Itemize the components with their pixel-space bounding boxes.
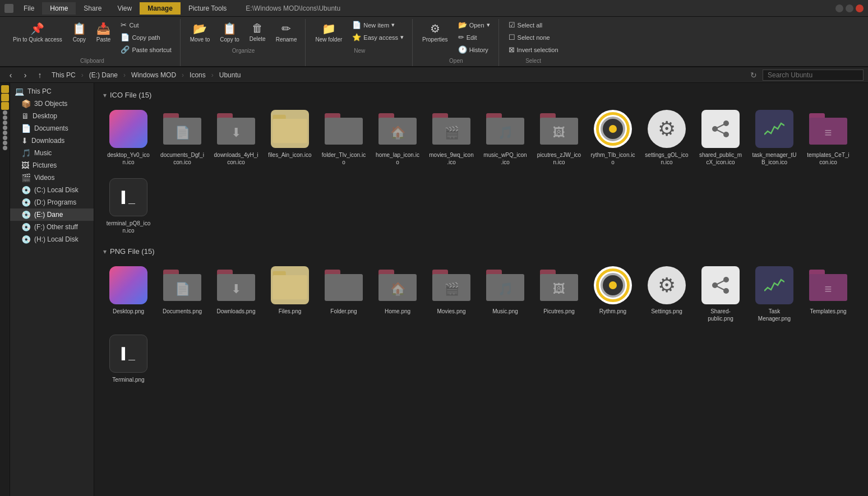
file-item-home-png[interactable]: 🏠 Home.png [372, 261, 423, 326]
qa-pin-5[interactable] [3, 131, 7, 135]
sidebar-item-pictures[interactable]: 🖼 Pictures [10, 159, 94, 171]
new-folder-button[interactable]: 📁 New folder [311, 19, 346, 45]
file-item-terminal-png[interactable]: ▌_ Terminal.png [103, 330, 154, 387]
minimize-button[interactable] [835, 4, 843, 12]
tab-picture-tools[interactable]: Picture Tools [181, 2, 234, 15]
file-item-pictures-png[interactable]: 🖼 Picutres.png [534, 261, 584, 326]
file-item-settings-png[interactable]: ⚙ Settings.png [641, 261, 692, 326]
file-item-desktop-ico[interactable]: desktop_Yv0_icon.ico [103, 105, 154, 170]
maximize-button[interactable] [846, 4, 853, 12]
search-input[interactable] [763, 69, 864, 81]
copy-button[interactable]: 📋 Copy [68, 19, 90, 45]
file-item-templates-ico[interactable]: ≡ templates_CeT_icon.ico [803, 105, 853, 170]
file-item-music-png[interactable]: 🎵 Music.png [480, 261, 530, 326]
file-item-rhythmbox-ico[interactable]: rythm_TIb_icon.ico [588, 105, 638, 170]
tab-share[interactable]: Share [76, 2, 109, 15]
copy-to-button[interactable]: 📋 Copy to [216, 19, 243, 45]
qa-item-3[interactable] [1, 102, 9, 110]
properties-button[interactable]: ⚙ Properties [418, 19, 452, 45]
select-none-button[interactable]: ☐ Select none [505, 31, 562, 43]
copy-path-button[interactable]: 📄 Copy path [117, 31, 175, 43]
forward-button[interactable]: › [19, 69, 31, 81]
file-item-music-ico[interactable]: 🎵 music_wPQ_icon.ico [480, 105, 530, 170]
invert-selection-button[interactable]: ⊠ Invert selection [505, 44, 562, 55]
qa-item-1[interactable] [1, 85, 9, 93]
breadcrumb-ubuntu[interactable]: Ubuntu [216, 70, 244, 80]
sidebar-item-edrive[interactable]: 💿 (E:) Dane [10, 208, 94, 221]
delete-button[interactable]: 🗑 Delete [246, 19, 270, 45]
file-item-taskman-png[interactable]: Task Menager.png [749, 261, 800, 326]
sidebar-item-documents[interactable]: 📄 Documents [10, 122, 94, 135]
tab-home[interactable]: Home [42, 2, 76, 15]
pin-to-quick-button[interactable]: 📌 Pin to Quick access [9, 19, 66, 45]
file-item-movies-png[interactable]: 🎬 Movies.png [426, 261, 477, 326]
tab-file[interactable]: File [16, 2, 42, 15]
png-section-header[interactable]: ▾ PNG File (15) [103, 247, 859, 256]
breadcrumb-windowsmod[interactable]: Windows MOD [128, 70, 179, 80]
tab-view[interactable]: View [109, 2, 140, 15]
close-button[interactable] [856, 4, 864, 12]
file-item-pictures-ico[interactable]: 🖼 picutres_zJW_icon.ico [534, 105, 584, 170]
paste-shortcut-button[interactable]: 🔗 Paste shortcut [117, 44, 175, 55]
file-item-files-ico[interactable]: files_Ain_icon.ico [265, 105, 315, 170]
easy-access-button[interactable]: ⭐ Easy access ▾ [348, 31, 408, 43]
breadcrumb-edane[interactable]: (E:) Dane [86, 70, 121, 80]
taskman-png-icon [754, 265, 795, 305]
sidebar-item-hdrive[interactable]: 💿 (H:) Local Disk [10, 233, 94, 245]
file-item-terminal-ico[interactable]: ▌_ terminal_pQ8_icon.ico [103, 173, 154, 238]
move-to-button[interactable]: 📂 Move to [186, 19, 214, 45]
refresh-button[interactable]: ↻ [747, 69, 760, 81]
qa-pin-8[interactable] [3, 146, 7, 150]
paste-button[interactable]: 📥 Paste [93, 19, 115, 45]
qa-pin-2[interactable] [3, 115, 7, 120]
sidebar-item-downloads[interactable]: ⬇ Downloads [10, 135, 94, 147]
cut-icon: ✂ [121, 21, 127, 29]
file-item-home-ico[interactable]: 🏠 home_lap_icon.ico [372, 105, 423, 170]
qa-pin-4[interactable] [3, 126, 7, 130]
tab-manage[interactable]: Manage [140, 2, 181, 15]
file-item-shared-ico[interactable]: shared_public_mcX_icon.ico [695, 105, 746, 170]
rename-button[interactable]: ✏ Rename [272, 19, 301, 45]
file-item-folder-ico[interactable]: folder_TIv_icon.ico [318, 105, 369, 170]
file-item-downloads-png[interactable]: ⬇ Downloads.png [211, 261, 261, 326]
terminal-ico-label: terminal_pQ8_icon.ico [106, 220, 151, 234]
qa-pin-6[interactable] [3, 136, 7, 140]
sidebar-item-videos[interactable]: 🎬 Videos [10, 171, 94, 184]
breadcrumb-thispc[interactable]: This PC [48, 70, 79, 80]
sidebar-item-ddrive[interactable]: 💿 (D:) Programs [10, 196, 94, 208]
sidebar-item-cdrive[interactable]: 💿 (C:) Local Disk [10, 184, 94, 196]
file-item-shared-png[interactable]: Shared-public.png [695, 261, 746, 326]
file-item-taskman-ico[interactable]: task_menager_tUB_icon.ico [749, 105, 800, 170]
history-button[interactable]: 🕐 History [454, 44, 494, 55]
up-button[interactable]: ↑ [34, 69, 46, 81]
select-all-button[interactable]: ☑ Select all [505, 19, 562, 31]
file-item-templates-png[interactable]: ≡ Templates.png [803, 261, 853, 326]
qa-pin-7[interactable] [3, 141, 7, 145]
sidebar-item-desktop[interactable]: 🖥 Desktop [10, 110, 94, 122]
back-button[interactable]: ‹ [4, 69, 17, 81]
cut-button[interactable]: ✂ Cut [117, 19, 175, 31]
file-item-documents-png[interactable]: 📄 Documents.png [157, 261, 207, 326]
sidebar-item-thispc[interactable]: 💻 This PC [10, 85, 94, 98]
qa-pin-1[interactable] [3, 110, 7, 115]
file-item-settings-ico[interactable]: ⚙ settings_gOL_icon.ico [641, 105, 692, 170]
ico-section-header[interactable]: ▾ ICO File (15) [103, 91, 859, 99]
file-item-movies-ico[interactable]: 🎬 movies_9wq_icon.ico [426, 105, 477, 170]
file-item-desktop-png[interactable]: Desktop.png [103, 261, 154, 326]
file-item-rhythmbox-png[interactable]: Rythm.png [588, 261, 638, 326]
qa-pin-3[interactable] [3, 120, 7, 125]
qa-item-2[interactable] [1, 94, 9, 101]
sidebar-item-3dobjects[interactable]: 📦 3D Objects [10, 98, 94, 110]
sidebar-item-fdrive[interactable]: 💿 (F:) Other stuff [10, 221, 94, 233]
file-item-folder-png[interactable]: Folder.png [318, 261, 369, 326]
breadcrumb-icons[interactable]: Icons [186, 70, 209, 80]
documents-icon: 📄 [21, 124, 31, 133]
file-item-documents-ico[interactable]: 📄 documents_Dgf_icon.ico [157, 105, 207, 170]
new-item-button[interactable]: 📄 New item ▾ [348, 19, 408, 31]
file-item-downloads-ico[interactable]: ⬇ downloads_4yH_icon.ico [211, 105, 261, 170]
edit-button[interactable]: ✏ Edit [454, 31, 494, 43]
open-button[interactable]: 📂 Open ▾ [454, 19, 494, 31]
file-item-files-png[interactable]: Files.png [265, 261, 315, 326]
sidebar: 💻 This PC 📦 3D Objects 🖥 Desktop 📄 Docum… [10, 83, 94, 496]
sidebar-item-music[interactable]: 🎵 Music [10, 147, 94, 159]
